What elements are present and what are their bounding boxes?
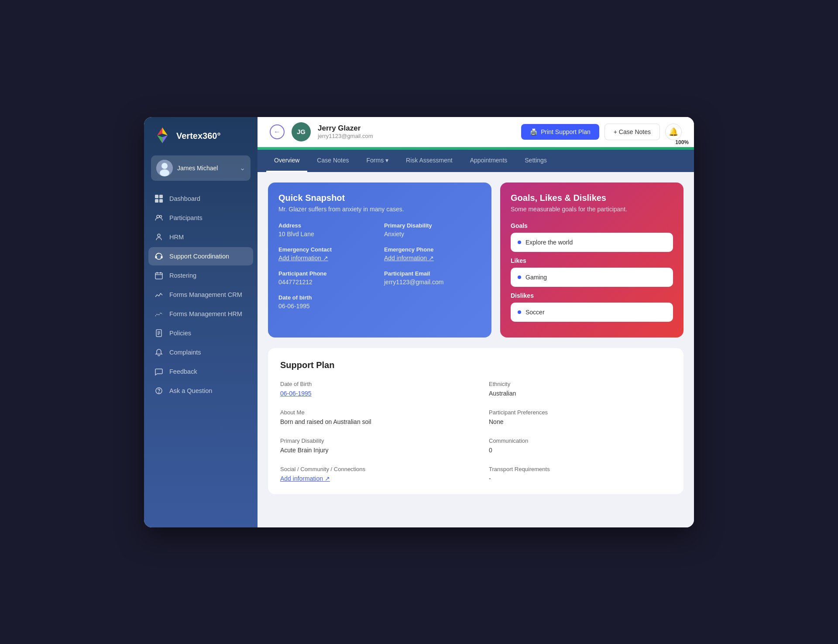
svg-point-12 <box>160 215 162 217</box>
support-dob-link[interactable]: 06-06-1995 <box>280 390 463 397</box>
sidebar-item-rostering[interactable]: Rostering <box>148 266 253 285</box>
sidebar-item-ask-question[interactable]: Ask a Question <box>148 382 253 400</box>
svg-marker-2 <box>157 135 162 143</box>
sidebar-item-label: Rostering <box>169 272 196 279</box>
users-icon <box>155 214 163 222</box>
support-field-primary-disability: Primary Disability Acute Brain Injury <box>280 437 463 454</box>
snapshot-field-participant-phone: Participant Phone 0447721212 <box>278 270 375 286</box>
sidebar-item-label: Forms Management HRM <box>169 310 242 317</box>
bell-icon <box>155 348 163 357</box>
sidebar-item-feedback[interactable]: Feedback <box>148 362 253 381</box>
sidebar-item-label: Dashboard <box>169 195 200 202</box>
snapshot-field-primary-disability: Primary Disability Anxiety <box>384 222 481 238</box>
sidebar: Vertex360° James Michael ⌄ <box>144 117 258 527</box>
sidebar-item-policies[interactable]: Policies <box>148 324 253 342</box>
body-area: Quick Snapshot Mr. Glazer suffers from a… <box>258 172 694 527</box>
snapshot-field-participant-email: Participant Email jerry1123@gmail.com <box>384 270 481 286</box>
progress-bar-fill <box>258 147 694 150</box>
svg-rect-10 <box>159 199 163 203</box>
app-name: Vertex360° <box>176 131 220 141</box>
svg-point-20 <box>159 393 159 393</box>
svg-rect-7 <box>155 195 158 198</box>
support-field-social: Social / Community / Connections Add inf… <box>280 466 463 482</box>
sidebar-item-dashboard[interactable]: Dashboard <box>148 189 253 208</box>
grid-icon <box>155 194 163 203</box>
tab-overview[interactable]: Overview <box>266 150 307 172</box>
user-switcher[interactable]: James Michael ⌄ <box>151 155 251 181</box>
sidebar-item-forms-hrm[interactable]: Forms Management HRM <box>148 305 253 323</box>
svg-point-6 <box>160 169 169 176</box>
sidebar-item-support-coordination[interactable]: Support Coordination <box>148 247 253 265</box>
sidebar-item-label: HRM <box>169 234 184 241</box>
tab-risk-assessment[interactable]: Risk Assessment <box>398 150 460 172</box>
goals-section-goals: Goals Explore the world <box>511 222 673 252</box>
svg-marker-1 <box>157 127 162 135</box>
participant-name: Jerry Glazer <box>318 124 514 133</box>
progress-bar-container: 100% <box>258 147 694 150</box>
goals-likes-dislikes-card: Goals, Likes & Dislikes Some measurable … <box>500 183 683 337</box>
snapshot-title: Quick Snapshot <box>278 193 481 203</box>
notifications-button[interactable]: 🔔 <box>665 124 682 140</box>
goals-section-dislikes: Dislikes Soccer <box>511 292 673 322</box>
sidebar-item-label: Participants <box>169 214 203 221</box>
goals-section-likes: Likes Gaming <box>511 257 673 287</box>
support-plan-grid: Date of Birth 06-06-1995 Ethnicity Austr… <box>280 381 671 482</box>
back-button[interactable]: ← <box>270 124 285 139</box>
sidebar-item-label: Forms Management CRM <box>169 291 242 298</box>
person-icon <box>155 233 163 241</box>
cards-row: Quick Snapshot Mr. Glazer suffers from a… <box>268 183 683 337</box>
avatar <box>156 160 173 176</box>
snapshot-subtitle: Mr. Glazer suffers from anxiety in many … <box>278 206 481 213</box>
chevron-down-icon: ⌄ <box>240 164 245 172</box>
tab-settings[interactable]: Settings <box>517 150 555 172</box>
support-field-about-me: About Me Born and raised on Australian s… <box>280 409 463 425</box>
snapshot-field-emergency-contact: Emergency Contact Add information ↗ <box>278 246 375 262</box>
tab-appointments[interactable]: Appointments <box>462 150 515 172</box>
header-user-info: Jerry Glazer jerry1123@gmail.com <box>318 124 514 139</box>
snapshot-field-emergency-phone: Emergency Phone Add information ↗ <box>384 246 481 262</box>
sidebar-item-label: Policies <box>169 330 191 337</box>
emergency-contact-link[interactable]: Add information ↗ <box>278 255 375 262</box>
snapshot-field-dob: Date of birth 06-06-1995 <box>278 294 375 310</box>
snapshot-field-address: Address 10 Blvd Lane <box>278 222 375 238</box>
support-plan-title: Support Plan <box>280 360 671 370</box>
goals-subtitle: Some measurable goals for the participan… <box>511 206 673 213</box>
support-field-transport: Transport Requirements - <box>489 466 671 482</box>
tab-case-notes[interactable]: Case Notes <box>309 150 357 172</box>
print-support-plan-button[interactable]: 🖨️ Print Support Plan <box>521 124 599 140</box>
tabs-bar: Overview Case Notes Forms ▾ Risk Assessm… <box>258 150 694 172</box>
chart-icon <box>155 290 163 299</box>
svg-marker-3 <box>162 135 168 143</box>
question-icon <box>155 386 163 395</box>
support-field-dob: Date of Birth 06-06-1995 <box>280 381 463 397</box>
tab-forms[interactable]: Forms ▾ <box>359 150 397 172</box>
chart2-icon <box>155 310 163 318</box>
main-content: ← JG Jerry Glazer jerry1123@gmail.com 🖨️… <box>258 117 694 527</box>
emergency-phone-link[interactable]: Add information ↗ <box>384 255 481 262</box>
sidebar-item-complaints[interactable]: Complaints <box>148 343 253 362</box>
svg-point-11 <box>157 215 159 218</box>
support-field-ethnicity: Ethnicity Australian <box>489 381 671 397</box>
participant-email: jerry1123@gmail.com <box>318 133 514 139</box>
headset-icon <box>155 252 163 261</box>
logo-icon <box>153 127 172 146</box>
goals-item-soccer: Soccer <box>518 309 666 316</box>
svg-rect-17 <box>155 273 162 279</box>
goals-item-explore: Explore the world <box>518 239 666 246</box>
goals-item-gaming: Gaming <box>518 274 666 281</box>
sidebar-item-label: Support Coordination <box>169 253 229 260</box>
sidebar-item-participants[interactable]: Participants <box>148 209 253 227</box>
sidebar-item-hrm[interactable]: HRM <box>148 228 253 246</box>
bell-icon: 🔔 <box>669 127 678 137</box>
sidebar-item-label: Ask a Question <box>169 387 212 394</box>
chat-icon <box>155 367 163 376</box>
svg-point-13 <box>158 234 160 237</box>
header-actions: 🖨️ Print Support Plan + Case Notes 🔔 <box>521 124 682 140</box>
add-social-link[interactable]: Add information ↗ <box>280 475 463 482</box>
printer-icon: 🖨️ <box>530 128 537 135</box>
goals-title: Goals, Likes & Dislikes <box>511 193 673 203</box>
case-notes-button[interactable]: + Case Notes <box>604 124 660 140</box>
sidebar-user-name: James Michael <box>177 165 235 172</box>
svg-rect-8 <box>159 195 163 198</box>
sidebar-item-forms-crm[interactable]: Forms Management CRM <box>148 286 253 304</box>
